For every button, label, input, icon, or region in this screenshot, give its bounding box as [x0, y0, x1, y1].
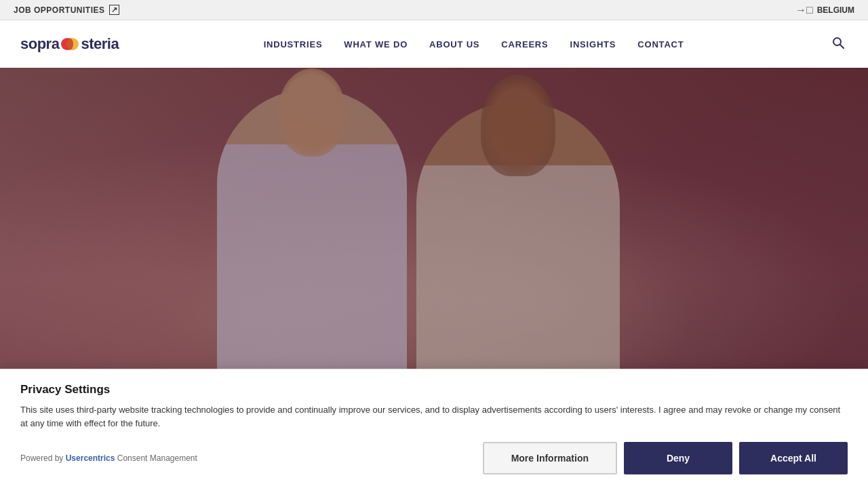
job-opportunities-label: JOB OPPORTUNITIES [14, 5, 105, 15]
nav-item-insights[interactable]: INSIGHTS [570, 34, 616, 55]
deny-button[interactable]: Deny [624, 442, 732, 474]
nav-item-careers[interactable]: CAREERS [501, 34, 548, 55]
region-label: BELGIUM [817, 5, 854, 15]
powered-by-suffix: Consent Management [115, 453, 197, 463]
external-link-icon: ↗ [109, 5, 120, 15]
nav-item-contact[interactable]: CONTACT [637, 34, 684, 55]
login-icon: →□ [795, 4, 813, 16]
top-bar: JOB OPPORTUNITIES ↗ →□ BELGIUM [0, 0, 868, 20]
job-opportunities-link[interactable]: JOB OPPORTUNITIES ↗ [14, 5, 119, 15]
logo[interactable]: sopra steria [20, 35, 119, 53]
header: sopra steria INDUSTRIES WHAT WE DO ABOUT… [0, 20, 868, 68]
powered-by-prefix: Powered by [20, 453, 66, 463]
logo-text-left: sopra [20, 35, 59, 53]
search-button[interactable] [829, 33, 848, 56]
more-information-button[interactable]: More Information [483, 442, 617, 474]
svg-line-4 [840, 44, 844, 48]
privacy-banner: Privacy Settings This site uses third-pa… [0, 369, 868, 488]
region-selector[interactable]: →□ BELGIUM [795, 4, 854, 16]
svg-point-2 [66, 38, 73, 50]
powered-by: Powered by Usercentrics Consent Manageme… [20, 453, 197, 463]
privacy-buttons: More Information Deny Accept All [483, 442, 848, 474]
nav-item-about-us[interactable]: ABOUT US [429, 34, 479, 55]
nav-item-industries[interactable]: INDUSTRIES [264, 34, 323, 55]
main-nav: INDUSTRIES WHAT WE DO ABOUT US CAREERS I… [264, 34, 684, 55]
nav-item-what-we-do[interactable]: WHAT WE DO [344, 34, 408, 55]
privacy-title: Privacy Settings [20, 383, 848, 396]
privacy-footer: Powered by Usercentrics Consent Manageme… [20, 442, 848, 474]
logo-text-right: steria [81, 35, 119, 53]
powered-by-brand: Usercentrics [66, 453, 115, 463]
privacy-body-text: This site uses third-party website track… [20, 403, 848, 430]
accept-all-button[interactable]: Accept All [739, 442, 848, 474]
logo-icon [60, 37, 79, 51]
